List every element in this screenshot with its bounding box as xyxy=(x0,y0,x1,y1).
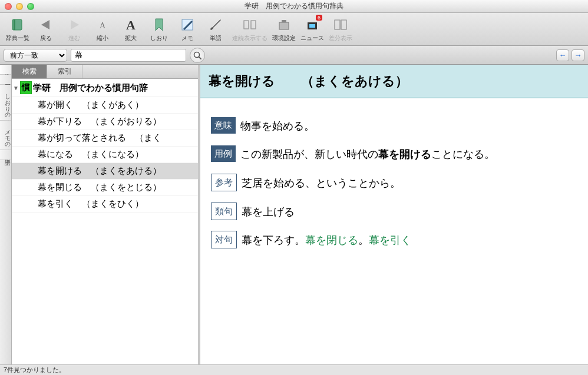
svg-rect-11 xyxy=(335,20,340,29)
field-content: 幕を上げる xyxy=(242,206,295,218)
svg-rect-6 xyxy=(251,21,256,29)
window-title: 学研 用例でわかる慣用句辞典 xyxy=(0,1,588,11)
dict-list-icon xyxy=(9,16,26,33)
status-bar: 7件見つかりました。 xyxy=(0,364,588,375)
field-content: 幕を下ろす。幕を閉じる。幕を引く xyxy=(242,234,411,246)
arrow-right-icon: → xyxy=(574,51,582,59)
magnifier-icon xyxy=(193,51,202,60)
side-tab-1[interactable]: 履歴 xyxy=(0,75,11,85)
toolbar-label: 縮小 xyxy=(97,34,108,42)
side-tab-3[interactable]: メモの編集 xyxy=(0,121,11,150)
results-pane: 検索索引 ▼ 慣 学研 用例でわかる慣用句辞 幕が開く （まくがあく）幕が下りる… xyxy=(12,65,200,364)
result-item[interactable]: 幕を閉じる （まくをとじる） xyxy=(12,180,198,196)
toolbar-label: 連続表示する xyxy=(232,34,267,42)
svg-rect-8 xyxy=(282,20,286,22)
field-tag: 類句 xyxy=(211,203,237,220)
svg-line-14 xyxy=(199,57,201,59)
toolbar-label: 差分表示 xyxy=(329,34,352,42)
settings-icon xyxy=(276,16,292,33)
field-tag: 参考 xyxy=(211,174,237,191)
entry-headword: 幕を開ける （まくをあける） xyxy=(200,65,588,98)
enlarge-icon: A xyxy=(123,16,139,33)
bookmark-icon xyxy=(151,16,167,33)
svg-rect-7 xyxy=(279,22,289,29)
toolbar-label: 辞典一覧 xyxy=(6,34,29,42)
results-tabs: 検索索引 xyxy=(12,65,198,79)
detail-row: 意味物事を始める。 xyxy=(211,117,577,135)
side-tab-2[interactable]: しおりの編集 xyxy=(0,85,11,121)
arrow-left-icon: ← xyxy=(559,51,567,59)
search-bar: 前方一致 ← → xyxy=(0,46,588,65)
detail-pane: 幕を開ける （まくをあける） 意味物事を始める。用例この新製品が、新しい時代の幕… xyxy=(200,65,588,364)
result-item[interactable]: 幕が開く （まくがあく） xyxy=(12,97,198,114)
next-entry-button[interactable]: → xyxy=(572,49,584,61)
toolbar-bookmark-button[interactable]: しおり xyxy=(146,15,172,44)
match-mode-select[interactable]: 前方一致 xyxy=(4,49,67,62)
toolbar-shrink-button[interactable]: A縮小 xyxy=(90,15,115,44)
result-item[interactable]: 幕を開ける （まくをあける） xyxy=(12,163,198,180)
side-tab-0[interactable]: 検索 xyxy=(0,65,11,75)
field-tag: 意味 xyxy=(211,117,236,134)
result-item[interactable]: 幕が下りる （まくがおりる） xyxy=(12,114,198,130)
results-group-title: 学研 用例でわかる慣用句辞 xyxy=(33,82,148,94)
detail-row: 類句幕を上げる xyxy=(211,203,577,221)
prev-entry-button[interactable]: ← xyxy=(556,49,569,61)
svg-rect-10 xyxy=(309,24,315,28)
svg-rect-1 xyxy=(14,19,15,30)
result-tab-1[interactable]: 索引 xyxy=(47,65,82,78)
news-badge: 6 xyxy=(316,15,322,21)
toolbar-word-button[interactable]: 単語 xyxy=(203,15,229,44)
results-list[interactable]: 幕が開く （まくがあく）幕が下りる （まくがおりる）幕が切って落とされる （まく… xyxy=(12,97,198,364)
field-content: 物事を始める。 xyxy=(240,120,315,132)
result-item[interactable]: 幕を引く （まくをひく） xyxy=(12,196,198,213)
toolbar-enlarge-button[interactable]: A拡大 xyxy=(118,15,144,44)
word-icon xyxy=(207,16,224,33)
continuous-icon xyxy=(242,16,258,33)
memo-icon xyxy=(179,16,196,33)
result-item[interactable]: 幕が切って落とされる （まく xyxy=(12,130,198,147)
news-icon: 6 xyxy=(304,16,321,33)
diff-icon xyxy=(332,16,349,33)
side-tabs: 検索履歴しおりの編集メモの編集単語 xyxy=(0,65,12,364)
toolbar-label: 拡大 xyxy=(125,34,137,42)
dictionary-badge: 慣 xyxy=(20,81,32,94)
toolbar-settings-button[interactable]: 環境設定 xyxy=(271,15,297,44)
svg-text:A: A xyxy=(126,18,136,32)
toolbar-news-button[interactable]: 6ニュース xyxy=(299,15,325,44)
shrink-icon: A xyxy=(94,16,111,33)
toolbar-label: 環境設定 xyxy=(272,34,296,42)
result-tab-0[interactable]: 検索 xyxy=(12,65,47,78)
title-bar: 学研 用例でわかる慣用句辞典 xyxy=(0,0,588,13)
back-icon xyxy=(38,16,54,33)
toolbar-label: 進む xyxy=(68,34,80,42)
detail-row: 参考芝居を始める、ということから。 xyxy=(211,174,577,192)
svg-text:A: A xyxy=(100,21,106,30)
detail-row: 用例この新製品が、新しい時代の幕を開けることになる。 xyxy=(211,145,577,163)
main-toolbar: 辞典一覧戻る進むA縮小A拡大しおりメモ単語連続表示する環境設定6ニュース差分表示 xyxy=(0,13,588,46)
field-tag: 用例 xyxy=(211,145,236,162)
svg-rect-12 xyxy=(341,20,346,29)
toolbar-label: メモ xyxy=(181,34,193,42)
toolbar-label: 単語 xyxy=(210,34,222,42)
svg-rect-5 xyxy=(244,21,249,29)
detail-row: 対句幕を下ろす。幕を閉じる。幕を引く xyxy=(211,231,577,249)
field-tag: 対句 xyxy=(211,231,237,248)
toolbar-forward-button: 進む xyxy=(61,15,87,44)
search-input[interactable] xyxy=(71,49,186,62)
side-tab-4[interactable]: 単語 xyxy=(0,150,11,160)
toolbar-label: しおり xyxy=(150,34,168,42)
toolbar-back-button[interactable]: 戻る xyxy=(33,15,59,44)
toolbar-diff-button: 差分表示 xyxy=(328,15,354,44)
toolbar-dict-list-button[interactable]: 辞典一覧 xyxy=(5,15,31,44)
results-group-header[interactable]: ▼ 慣 学研 用例でわかる慣用句辞 xyxy=(12,79,198,97)
search-button[interactable] xyxy=(190,48,205,63)
toolbar-memo-button[interactable]: メモ xyxy=(174,15,200,44)
toolbar-label: ニュース xyxy=(300,34,324,42)
entry-body: 意味物事を始める。用例この新製品が、新しい時代の幕を開けることになる。参考芝居を… xyxy=(200,98,588,268)
main-content: 検索履歴しおりの編集メモの編集単語 検索索引 ▼ 慣 学研 用例でわかる慣用句辞… xyxy=(0,65,588,364)
toolbar-label: 戻る xyxy=(40,34,52,42)
forward-icon xyxy=(66,16,82,33)
field-content: この新製品が、新しい時代の幕を開けることになる。 xyxy=(240,148,495,160)
result-item[interactable]: 幕になる （まくになる） xyxy=(12,147,198,163)
disclosure-triangle-icon: ▼ xyxy=(13,85,19,91)
